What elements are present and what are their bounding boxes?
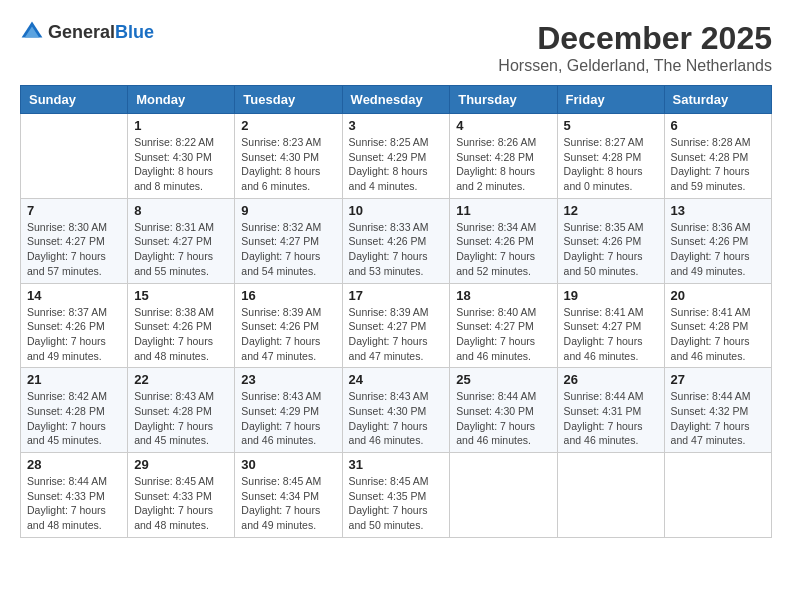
day-number: 25 xyxy=(456,372,550,387)
calendar-cell: 26Sunrise: 8:44 AMSunset: 4:31 PMDayligh… xyxy=(557,368,664,453)
calendar-cell: 13Sunrise: 8:36 AMSunset: 4:26 PMDayligh… xyxy=(664,198,771,283)
day-number: 7 xyxy=(27,203,121,218)
title-section: December 2025 Horssen, Gelderland, The N… xyxy=(498,20,772,75)
day-number: 5 xyxy=(564,118,658,133)
calendar-cell: 5Sunrise: 8:27 AMSunset: 4:28 PMDaylight… xyxy=(557,114,664,199)
calendar-cell: 22Sunrise: 8:43 AMSunset: 4:28 PMDayligh… xyxy=(128,368,235,453)
calendar-cell: 27Sunrise: 8:44 AMSunset: 4:32 PMDayligh… xyxy=(664,368,771,453)
page-header: General Blue December 2025 Horssen, Geld… xyxy=(20,20,772,75)
day-info: Sunrise: 8:37 AMSunset: 4:26 PMDaylight:… xyxy=(27,305,121,364)
calendar-cell xyxy=(450,453,557,538)
day-number: 18 xyxy=(456,288,550,303)
day-info: Sunrise: 8:23 AMSunset: 4:30 PMDaylight:… xyxy=(241,135,335,194)
calendar-cell: 19Sunrise: 8:41 AMSunset: 4:27 PMDayligh… xyxy=(557,283,664,368)
day-info: Sunrise: 8:39 AMSunset: 4:26 PMDaylight:… xyxy=(241,305,335,364)
day-info: Sunrise: 8:44 AMSunset: 4:33 PMDaylight:… xyxy=(27,474,121,533)
logo: General Blue xyxy=(20,20,154,44)
calendar-cell: 28Sunrise: 8:44 AMSunset: 4:33 PMDayligh… xyxy=(21,453,128,538)
calendar-header-thursday: Thursday xyxy=(450,86,557,114)
calendar-cell: 20Sunrise: 8:41 AMSunset: 4:28 PMDayligh… xyxy=(664,283,771,368)
calendar-week-row: 21Sunrise: 8:42 AMSunset: 4:28 PMDayligh… xyxy=(21,368,772,453)
calendar-cell xyxy=(664,453,771,538)
day-info: Sunrise: 8:43 AMSunset: 4:30 PMDaylight:… xyxy=(349,389,444,448)
day-info: Sunrise: 8:39 AMSunset: 4:27 PMDaylight:… xyxy=(349,305,444,364)
calendar-cell: 17Sunrise: 8:39 AMSunset: 4:27 PMDayligh… xyxy=(342,283,450,368)
calendar-table: SundayMondayTuesdayWednesdayThursdayFrid… xyxy=(20,85,772,538)
calendar-week-row: 1Sunrise: 8:22 AMSunset: 4:30 PMDaylight… xyxy=(21,114,772,199)
day-info: Sunrise: 8:45 AMSunset: 4:34 PMDaylight:… xyxy=(241,474,335,533)
day-info: Sunrise: 8:41 AMSunset: 4:27 PMDaylight:… xyxy=(564,305,658,364)
day-number: 9 xyxy=(241,203,335,218)
day-info: Sunrise: 8:31 AMSunset: 4:27 PMDaylight:… xyxy=(134,220,228,279)
day-info: Sunrise: 8:26 AMSunset: 4:28 PMDaylight:… xyxy=(456,135,550,194)
day-info: Sunrise: 8:30 AMSunset: 4:27 PMDaylight:… xyxy=(27,220,121,279)
calendar-cell: 16Sunrise: 8:39 AMSunset: 4:26 PMDayligh… xyxy=(235,283,342,368)
day-info: Sunrise: 8:34 AMSunset: 4:26 PMDaylight:… xyxy=(456,220,550,279)
day-info: Sunrise: 8:40 AMSunset: 4:27 PMDaylight:… xyxy=(456,305,550,364)
calendar-header-saturday: Saturday xyxy=(664,86,771,114)
day-number: 27 xyxy=(671,372,765,387)
logo-text-general: General xyxy=(48,23,115,41)
day-info: Sunrise: 8:27 AMSunset: 4:28 PMDaylight:… xyxy=(564,135,658,194)
calendar-week-row: 28Sunrise: 8:44 AMSunset: 4:33 PMDayligh… xyxy=(21,453,772,538)
day-number: 3 xyxy=(349,118,444,133)
month-title: December 2025 xyxy=(498,20,772,57)
calendar-cell: 21Sunrise: 8:42 AMSunset: 4:28 PMDayligh… xyxy=(21,368,128,453)
day-number: 11 xyxy=(456,203,550,218)
calendar-header-tuesday: Tuesday xyxy=(235,86,342,114)
day-number: 13 xyxy=(671,203,765,218)
day-number: 21 xyxy=(27,372,121,387)
calendar-cell: 4Sunrise: 8:26 AMSunset: 4:28 PMDaylight… xyxy=(450,114,557,199)
calendar-cell: 9Sunrise: 8:32 AMSunset: 4:27 PMDaylight… xyxy=(235,198,342,283)
day-number: 30 xyxy=(241,457,335,472)
day-info: Sunrise: 8:45 AMSunset: 4:35 PMDaylight:… xyxy=(349,474,444,533)
calendar-cell: 8Sunrise: 8:31 AMSunset: 4:27 PMDaylight… xyxy=(128,198,235,283)
calendar-cell: 10Sunrise: 8:33 AMSunset: 4:26 PMDayligh… xyxy=(342,198,450,283)
day-info: Sunrise: 8:44 AMSunset: 4:31 PMDaylight:… xyxy=(564,389,658,448)
day-info: Sunrise: 8:28 AMSunset: 4:28 PMDaylight:… xyxy=(671,135,765,194)
calendar-cell: 23Sunrise: 8:43 AMSunset: 4:29 PMDayligh… xyxy=(235,368,342,453)
calendar-week-row: 7Sunrise: 8:30 AMSunset: 4:27 PMDaylight… xyxy=(21,198,772,283)
day-number: 22 xyxy=(134,372,228,387)
day-info: Sunrise: 8:38 AMSunset: 4:26 PMDaylight:… xyxy=(134,305,228,364)
calendar-cell: 18Sunrise: 8:40 AMSunset: 4:27 PMDayligh… xyxy=(450,283,557,368)
day-number: 16 xyxy=(241,288,335,303)
day-number: 12 xyxy=(564,203,658,218)
day-number: 29 xyxy=(134,457,228,472)
day-number: 6 xyxy=(671,118,765,133)
calendar-header-monday: Monday xyxy=(128,86,235,114)
day-info: Sunrise: 8:44 AMSunset: 4:30 PMDaylight:… xyxy=(456,389,550,448)
day-number: 1 xyxy=(134,118,228,133)
calendar-cell: 2Sunrise: 8:23 AMSunset: 4:30 PMDaylight… xyxy=(235,114,342,199)
logo-text-blue: Blue xyxy=(115,23,154,41)
calendar-week-row: 14Sunrise: 8:37 AMSunset: 4:26 PMDayligh… xyxy=(21,283,772,368)
day-number: 23 xyxy=(241,372,335,387)
calendar-header-friday: Friday xyxy=(557,86,664,114)
day-info: Sunrise: 8:32 AMSunset: 4:27 PMDaylight:… xyxy=(241,220,335,279)
day-number: 4 xyxy=(456,118,550,133)
calendar-cell: 24Sunrise: 8:43 AMSunset: 4:30 PMDayligh… xyxy=(342,368,450,453)
calendar-cell xyxy=(557,453,664,538)
day-info: Sunrise: 8:45 AMSunset: 4:33 PMDaylight:… xyxy=(134,474,228,533)
day-number: 10 xyxy=(349,203,444,218)
day-number: 24 xyxy=(349,372,444,387)
day-number: 2 xyxy=(241,118,335,133)
day-number: 28 xyxy=(27,457,121,472)
calendar-header-wednesday: Wednesday xyxy=(342,86,450,114)
calendar-cell: 29Sunrise: 8:45 AMSunset: 4:33 PMDayligh… xyxy=(128,453,235,538)
day-info: Sunrise: 8:44 AMSunset: 4:32 PMDaylight:… xyxy=(671,389,765,448)
calendar-header-row: SundayMondayTuesdayWednesdayThursdayFrid… xyxy=(21,86,772,114)
day-info: Sunrise: 8:42 AMSunset: 4:28 PMDaylight:… xyxy=(27,389,121,448)
day-number: 26 xyxy=(564,372,658,387)
calendar-cell: 7Sunrise: 8:30 AMSunset: 4:27 PMDaylight… xyxy=(21,198,128,283)
logo-icon xyxy=(20,20,44,44)
day-info: Sunrise: 8:25 AMSunset: 4:29 PMDaylight:… xyxy=(349,135,444,194)
day-info: Sunrise: 8:35 AMSunset: 4:26 PMDaylight:… xyxy=(564,220,658,279)
day-info: Sunrise: 8:43 AMSunset: 4:28 PMDaylight:… xyxy=(134,389,228,448)
day-number: 31 xyxy=(349,457,444,472)
day-number: 14 xyxy=(27,288,121,303)
day-number: 15 xyxy=(134,288,228,303)
calendar-cell xyxy=(21,114,128,199)
day-info: Sunrise: 8:43 AMSunset: 4:29 PMDaylight:… xyxy=(241,389,335,448)
calendar-cell: 3Sunrise: 8:25 AMSunset: 4:29 PMDaylight… xyxy=(342,114,450,199)
